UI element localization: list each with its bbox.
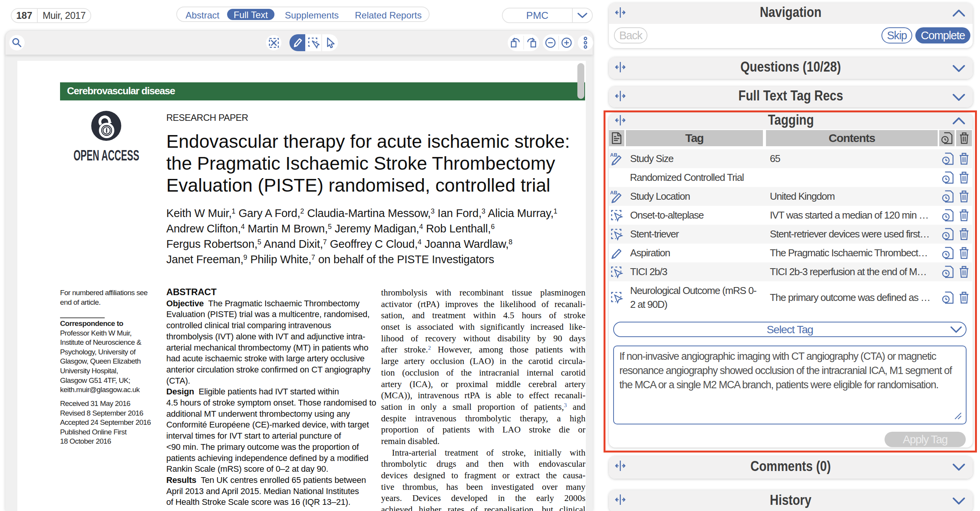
svg-text:AB: AB xyxy=(610,190,617,195)
svg-text:AB: AB xyxy=(610,152,617,158)
